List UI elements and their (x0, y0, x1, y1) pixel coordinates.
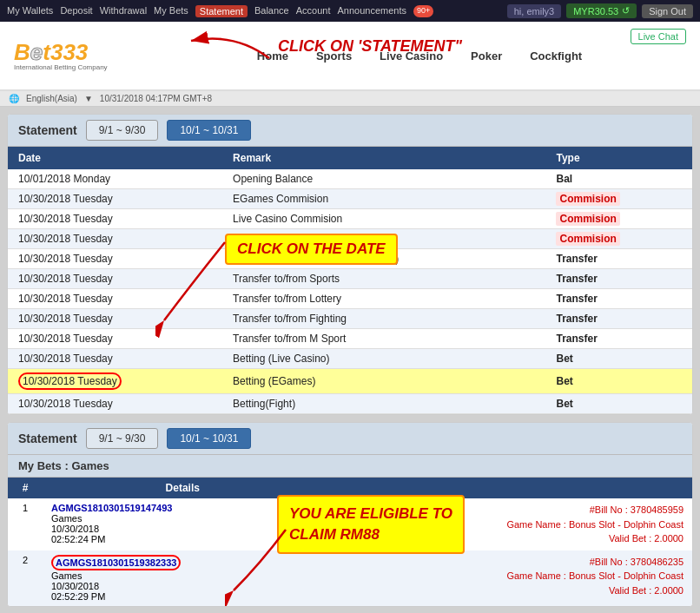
row-remark: Transfer to/from Lottery (222, 289, 545, 309)
nav-announcements[interactable]: Announcements (337, 5, 406, 17)
click-statement-annotation: CLICK ON 'STATEMENT" (278, 37, 462, 56)
bet-time: 02:52:29 PM (51, 591, 105, 602)
statement-tab-1-inactive[interactable]: 9/1 ~ 9/30 (86, 120, 159, 141)
bet-date: 10/30/2018 (51, 581, 99, 591)
balance-display: MYR30.53 ↺ (566, 3, 637, 18)
nav-poker[interactable]: Poker (457, 43, 516, 69)
row-remark: EGames Commision (222, 189, 545, 209)
row-type: Transfer (545, 329, 692, 349)
locale-bar: 🌐 English(Asia) ▼ 10/31/2018 04:17PM GMT… (0, 91, 700, 107)
statement-title-2: Statement (18, 432, 77, 445)
bet-game: Games (51, 570, 82, 581)
statement-section-2: Statement 9/1 ~ 9/30 10/1 ~ 10/31 My Bet… (7, 422, 693, 607)
bet-date: 10/30/2018 (51, 524, 99, 534)
table-row[interactable]: 10/30/2018 Tuesday EGames Commision Comm… (8, 189, 692, 209)
game-name: Game Name : Bonus Slot - Dolphin Coast (506, 570, 683, 581)
row-remark: Transfer to/from Sports (222, 269, 545, 289)
row-remark: Betting (EGames) (222, 369, 545, 394)
row-type: Bet (545, 394, 692, 414)
row-type: Bet (545, 349, 692, 369)
statement-tab-1-active[interactable]: 10/1 ~ 10/31 (167, 120, 251, 141)
statement-header-2: Statement 9/1 ~ 9/30 10/1 ~ 10/31 (8, 423, 692, 455)
bet-id-circled[interactable]: AGMGS1810301519382333 (51, 555, 181, 570)
bet-num: 1 (8, 498, 43, 550)
language-selector[interactable]: English(Asia) (26, 94, 77, 103)
table-row[interactable]: 10/30/2018 Tuesday Transfer to/from Lott… (8, 289, 692, 309)
bill-no: #Bill No : 3780485959 (590, 504, 683, 515)
live-chat-link[interactable]: Live Chat (631, 29, 686, 44)
arrow-annotation (165, 23, 287, 67)
bet-id[interactable]: AGMGS1810301519147493 (51, 503, 172, 513)
bill-no: #Bill No : 3780486235 (590, 557, 683, 567)
bet-row-2[interactable]: 2 AGMGS1810301519382333 Games 10/30/2018… (8, 550, 692, 606)
bet-right-info: #Bill No : 3780486235 Game Name : Bonus … (322, 550, 692, 606)
click-date-arrow (155, 234, 242, 338)
table-row[interactable]: 10/01/2018 Monday Opening Balance Bal (8, 169, 692, 189)
nav-balance[interactable]: Balance (254, 5, 289, 17)
row-type: Bal (545, 169, 692, 189)
table-row[interactable]: 10/30/2018 Tuesday Transfer to/from Spor… (8, 269, 692, 289)
top-navigation: My Wallets Deposit Withdrawal My Bets St… (0, 0, 700, 22)
row-type: Transfer (545, 249, 692, 269)
table-row-highlighted[interactable]: 10/30/2018 Tuesday Betting (EGames) Bet (8, 369, 692, 394)
row-remark: Live Casino Commision (222, 209, 545, 229)
table-row[interactable]: 10/30/2018 Tuesday Transfer to/from Figh… (8, 309, 692, 329)
nav-my-bets[interactable]: My Bets (154, 5, 188, 17)
valid-bet: Valid Bet : 2.0000 (609, 585, 683, 596)
nav-statement[interactable]: Statement (195, 5, 248, 17)
statement-tab-2-active[interactable]: 10/1 ~ 10/31 (167, 428, 251, 449)
globe-icon: 🌐 (9, 94, 19, 103)
row-remark: Transfer to/from M Sport (222, 329, 545, 349)
col-type: Type (545, 147, 692, 169)
col-num: # (8, 478, 43, 498)
table-row[interactable]: 10/30/2018 Tuesday Betting (Live Casino)… (8, 349, 692, 369)
row-date: 10/30/2018 Tuesday (8, 349, 222, 369)
row-type: Bet (545, 369, 692, 394)
row-type: Commision (545, 189, 692, 209)
row-type: Transfer (545, 289, 692, 309)
table-row[interactable]: 10/30/2018 Tuesday Betting(Fight) Bet (8, 394, 692, 414)
announcements-badge: 90+ (413, 5, 433, 17)
balance-amount: MYR30.53 (573, 6, 618, 16)
statement-header-1: Statement 9/1 ~ 9/30 10/1 ~ 10/31 (8, 115, 692, 147)
top-nav-user-area: hi, emily3 MYR30.53 ↺ Sign Out (507, 3, 693, 18)
row-type: Transfer (545, 269, 692, 289)
bet-num: 2 (8, 550, 43, 606)
nav-cockfight[interactable]: Cockfight (516, 43, 596, 69)
row-type: Transfer (545, 309, 692, 329)
datetime-display: 10/31/2018 04:17PM GMT+8 (100, 94, 212, 103)
bet-time: 02:52:24 PM (51, 534, 105, 544)
logo-area: Bet333 International Betting Company (14, 41, 153, 71)
claim-arrow (225, 521, 294, 607)
username-display: hi, emily3 (507, 4, 561, 18)
table-row[interactable]: 10/30/2018 Tuesday Transfer to/from M Sp… (8, 329, 692, 349)
statement-title-1: Statement (18, 123, 77, 137)
bets-section-title: My Bets : Games (8, 455, 692, 478)
col-date: Date (8, 147, 222, 169)
statement-tab-2-inactive[interactable]: 9/1 ~ 9/30 (86, 428, 159, 449)
row-type: Commision (545, 229, 692, 249)
statement-section-1: Statement 9/1 ~ 9/30 10/1 ~ 10/31 Date R… (7, 114, 693, 415)
row-remark: Betting (Live Casino) (222, 349, 545, 369)
top-nav-links: My Wallets Deposit Withdrawal My Bets St… (7, 5, 433, 17)
locale-separator: ▼ (84, 94, 93, 103)
click-date-annotation: CLICK ON THE DATE (225, 234, 398, 265)
row-remark: Betting(Fight) (222, 394, 545, 414)
valid-bet: Valid Bet : 2.0000 (609, 533, 683, 544)
logo-subtitle: International Betting Company (14, 63, 108, 71)
table-row[interactable]: 10/30/2018 Tuesday Live Casino Commision… (8, 209, 692, 229)
site-header: Bet333 International Betting Company Hom… (0, 22, 700, 91)
bet-game: Games (51, 513, 82, 524)
claim-annotation: YOU ARE ELIGIBLE TOCLAIM RM88 (277, 495, 465, 554)
nav-deposit[interactable]: Deposit (60, 5, 92, 17)
nav-account[interactable]: Account (296, 5, 331, 17)
row-type: Commision (545, 209, 692, 229)
refresh-icon[interactable]: ↺ (622, 5, 630, 16)
nav-my-wallets[interactable]: My Wallets (7, 5, 53, 17)
game-name: Game Name : Bonus Slot - Dolphin Coast (506, 519, 683, 530)
row-date: 10/30/2018 Tuesday (8, 209, 222, 229)
nav-withdrawal[interactable]: Withdrawal (100, 5, 147, 17)
row-date: 10/30/2018 Tuesday (8, 189, 222, 209)
row-date: 10/30/2018 Tuesday (8, 369, 222, 394)
sign-out-button[interactable]: Sign Out (642, 4, 693, 18)
